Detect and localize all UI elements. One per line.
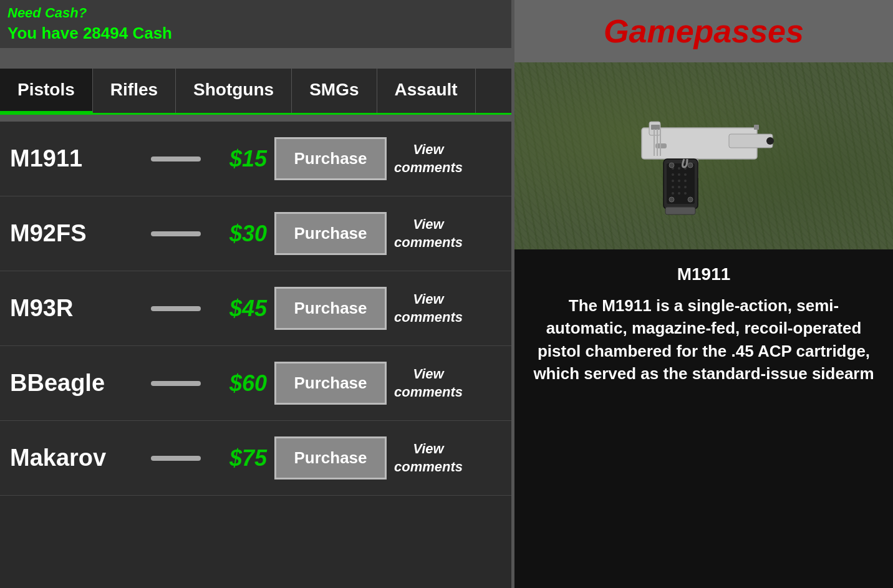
weapon-description-text: The M1911 is a single-action, semi-autom…: [532, 294, 876, 385]
svg-rect-1: [729, 134, 773, 148]
weapon-stat-bar: [151, 157, 201, 161]
svg-point-21: [669, 197, 674, 202]
need-cash-link[interactable]: Need Cash?: [7, 5, 504, 21]
tab-pistols[interactable]: Pistols: [0, 69, 93, 113]
tab-assault[interactable]: Assault: [377, 69, 476, 113]
svg-point-13: [684, 180, 687, 182]
svg-point-17: [672, 192, 674, 195]
weapon-stat-bar: [151, 306, 201, 311]
weapon-price: $45: [211, 296, 267, 322]
purchase-button[interactable]: Purchase: [274, 287, 387, 330]
svg-point-19: [684, 192, 687, 195]
weapon-price: $15: [211, 146, 267, 172]
gamepasses-title: Gamepasses: [514, 0, 893, 62]
weapon-name: M93R: [10, 295, 141, 322]
weapon-price: $60: [211, 370, 267, 397]
svg-point-12: [678, 180, 680, 182]
svg-point-11: [672, 180, 674, 182]
view-comments-button[interactable]: Viewcomments: [394, 291, 463, 326]
tab-bar: Pistols Rifles Shotguns SMGs Assault: [0, 69, 511, 115]
weapon-description-area: M1911 The M1911 is a single-action, semi…: [514, 249, 893, 588]
purchase-button[interactable]: Purchase: [274, 436, 387, 480]
tab-shotguns[interactable]: Shotguns: [176, 69, 292, 113]
weapon-list: M1911 $15 Purchase Viewcomments M92FS $3…: [0, 122, 511, 588]
purchase-button[interactable]: Purchase: [274, 137, 387, 180]
weapon-selected-name: M1911: [532, 264, 876, 284]
purchase-button[interactable]: Purchase: [274, 212, 387, 255]
svg-point-16: [684, 186, 687, 188]
view-comments-button[interactable]: Viewcomments: [394, 141, 463, 176]
svg-point-22: [688, 163, 693, 168]
svg-rect-25: [754, 125, 759, 130]
view-comments-button[interactable]: Viewcomments: [394, 440, 463, 476]
weapon-price: $75: [211, 445, 267, 471]
weapon-image-area: [514, 62, 893, 249]
weapon-name: BBeagle: [10, 370, 141, 397]
weapon-image: [617, 94, 791, 218]
svg-rect-26: [651, 125, 660, 130]
weapon-row: Makarov $75 Purchase Viewcomments: [0, 421, 511, 496]
tab-rifles[interactable]: Rifles: [93, 69, 176, 113]
cash-display: You have 28494 Cash: [7, 24, 504, 43]
svg-point-20: [669, 163, 674, 168]
svg-point-10: [684, 173, 687, 176]
view-comments-button[interactable]: Viewcomments: [394, 365, 463, 401]
right-panel: Gamepasses: [514, 0, 893, 588]
view-comments-button[interactable]: Viewcomments: [394, 216, 463, 251]
weapon-stat-bar: [151, 381, 201, 386]
top-bar: Need Cash? You have 28494 Cash: [0, 0, 511, 48]
weapon-row: BBeagle $60 Purchase Viewcomments: [0, 346, 511, 421]
svg-point-14: [672, 186, 674, 188]
svg-rect-31: [665, 207, 695, 214]
weapon-name: Makarov: [10, 445, 141, 471]
svg-point-15: [678, 186, 680, 188]
weapon-name: M1911: [10, 145, 141, 172]
svg-point-8: [672, 173, 674, 176]
weapon-stat-bar: [151, 456, 201, 461]
weapon-row: M1911 $15 Purchase Viewcomments: [0, 122, 511, 196]
svg-point-6: [678, 167, 680, 170]
weapon-stat-bar: [151, 231, 201, 236]
tab-smgs[interactable]: SMGs: [292, 69, 377, 113]
svg-point-18: [678, 192, 680, 195]
weapon-name: M92FS: [10, 220, 141, 247]
weapon-row: M92FS $30 Purchase Viewcomments: [0, 196, 511, 271]
weapon-row: M93R $45 Purchase Viewcomments: [0, 271, 511, 346]
svg-point-2: [766, 137, 774, 145]
purchase-button[interactable]: Purchase: [274, 362, 387, 405]
svg-point-23: [688, 197, 693, 202]
weapon-price: $30: [211, 221, 267, 247]
svg-point-9: [678, 173, 680, 176]
